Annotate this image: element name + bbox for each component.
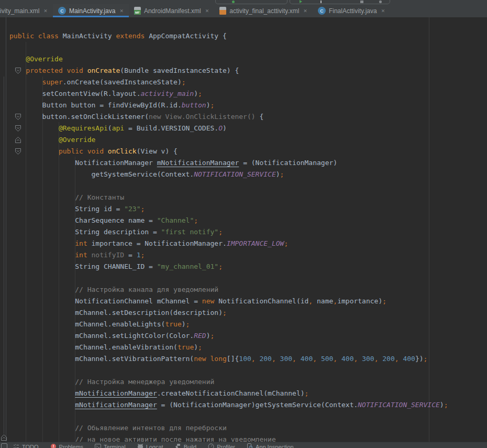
tool-window-button-label: Terminal: [104, 444, 126, 448]
class-icon: C: [58, 7, 66, 15]
tool-window-button-label: TODO: [22, 444, 39, 448]
fold-marker-down-icon[interactable]: [15, 148, 21, 155]
code-line[interactable]: String CHANNEL_ID = "my_channel_01";: [0, 261, 487, 272]
tab-label: activity_final_acttivity.xml: [229, 7, 299, 15]
editor-tab[interactable]: MFAndroidManifest.xml✕: [129, 4, 214, 17]
terminal-icon: [95, 443, 101, 448]
code-line[interactable]: public class MainActivity extends AppCom…: [0, 30, 487, 42]
code-line[interactable]: // Константы: [0, 192, 487, 203]
code-line[interactable]: getSystemService(Context.NOTIFICATION_SE…: [0, 169, 487, 180]
code-line[interactable]: mChannel.setLightColor(Color.RED);: [0, 330, 487, 342]
close-icon[interactable]: ✕: [303, 8, 307, 14]
editor-tab[interactable]: ivity_main.xml✕: [0, 4, 53, 17]
inspection-icon: [247, 443, 253, 448]
tool-window-button-label: Problems: [59, 444, 83, 448]
code-line[interactable]: [0, 365, 487, 376]
code-line[interactable]: protected void onCreate(Bundle savedInst…: [0, 65, 487, 77]
tool-window-button-build[interactable]: Build: [169, 443, 202, 448]
logcat-icon: [137, 443, 143, 448]
profiler-icon: [208, 443, 214, 448]
code-line[interactable]: [0, 180, 487, 192]
tab-label: AndroidManifest.xml: [144, 7, 201, 15]
tool-window-button-label: App Inspection: [256, 444, 294, 448]
code-line[interactable]: [0, 411, 487, 422]
close-icon[interactable]: ✕: [381, 8, 385, 14]
code-area[interactable]: public class MainActivity extends AppCom…: [0, 30, 487, 442]
code-line[interactable]: mNotificationManager.createNotificationC…: [0, 388, 487, 399]
problems-icon: [50, 443, 57, 448]
fold-marker-up-icon[interactable]: [15, 136, 21, 144]
tool-window-button-todo[interactable]: TODO: [7, 443, 45, 448]
editor-tab[interactable]: CMainActivity.java✕: [53, 4, 129, 17]
code-line[interactable]: mChannel.enableVibration(true);: [0, 342, 487, 353]
code-line[interactable]: mChannel.enableLights(true);: [0, 319, 487, 330]
gradle-sync-dot-icon: [232, 1, 235, 3]
fold-marker-down-icon[interactable]: [15, 125, 21, 132]
tool-window-button-terminal[interactable]: Terminal: [89, 443, 131, 448]
code-line[interactable]: setContentView(R.layout.activity_main);: [0, 88, 487, 100]
close-icon[interactable]: ✕: [205, 8, 209, 14]
class-icon: C: [318, 7, 326, 15]
tab-label: FinalActtivity.java: [329, 7, 377, 15]
tool-window-button-logcat[interactable]: Logcat: [131, 443, 169, 448]
ide-window: ivity_main.xml✕CMainActivity.java✕MFAndr…: [0, 0, 487, 448]
code-line[interactable]: // Настройка менеджера уведомлений: [0, 376, 487, 388]
tool-window-button-label: Profiler: [217, 444, 235, 448]
code-line[interactable]: super.onCreate(savedInstanceState);: [0, 77, 487, 88]
tab-label: ivity_main.xml: [0, 7, 39, 15]
tool-window-button-problems[interactable]: Problems: [45, 443, 89, 448]
code-line[interactable]: int importance = NotificationManager.IMP…: [0, 238, 487, 249]
close-icon[interactable]: ✕: [119, 8, 124, 14]
code-line[interactable]: @Override: [0, 53, 487, 65]
code-line[interactable]: public void onClick(View v) {: [0, 146, 487, 157]
code-line[interactable]: button.setOnClickListener(new View.OnCli…: [0, 111, 487, 123]
tool-window-button-label: Build: [184, 444, 196, 448]
code-line[interactable]: mNotificationManager = (NotificationMana…: [0, 399, 487, 411]
code-line[interactable]: CharSequence name = "Channel";: [0, 215, 487, 226]
code-line[interactable]: Button button = findViewById(R.id.button…: [0, 100, 487, 111]
build-icon: [175, 443, 181, 448]
fold-marker-up-icon[interactable]: [1, 434, 7, 441]
code-line[interactable]: String id = "23";: [0, 203, 487, 215]
run-configuration-widget[interactable]: [215, 0, 287, 4]
code-line[interactable]: // на новое активити после нажатия на ув…: [0, 434, 487, 442]
close-icon[interactable]: ✕: [43, 8, 48, 14]
code-line[interactable]: NotificationChannel mChannel = new Notif…: [0, 296, 487, 307]
code-line[interactable]: [0, 42, 487, 53]
editor-tab[interactable]: CFinalActtivity.java✕: [313, 4, 390, 17]
manifest-icon: MF: [134, 7, 141, 15]
code-line[interactable]: int notifyID = 1;: [0, 249, 487, 261]
tool-window-bar: TODOProblemsTerminalLogcatBuildProfilerA…: [0, 442, 487, 448]
code-line[interactable]: NotificationManager mNotificationManager…: [0, 157, 487, 169]
code-line[interactable]: mChannel.setVibrationPattern(new long[]{…: [0, 353, 487, 365]
editor-tab-bar: ivity_main.xml✕CMainActivity.java✕MFAndr…: [0, 4, 487, 17]
code-line[interactable]: mChannel.setDescription(description);: [0, 307, 487, 319]
fold-marker-down-icon[interactable]: [15, 113, 21, 121]
editor-tab[interactable]: activity_final_acttivity.xml✕: [214, 4, 313, 17]
code-line[interactable]: String description = "first notify";: [0, 226, 487, 238]
stop-icon[interactable]: [360, 1, 363, 3]
code-line[interactable]: @RequiresApi(api = Build.VERSION_CODES.O…: [0, 123, 487, 134]
code-line[interactable]: // Обьявление интентов для переброски: [0, 422, 487, 434]
tool-window-button-label: Logcat: [146, 444, 163, 448]
code-line[interactable]: [0, 272, 487, 284]
tool-window-stub-icon[interactable]: [1, 443, 7, 448]
tab-label: MainActivity.java: [69, 7, 115, 15]
layout-icon: [219, 7, 226, 15]
code-line[interactable]: // Настройка канала для уведомлений: [0, 284, 487, 296]
tool-window-button-profiler[interactable]: Profiler: [202, 443, 241, 448]
more-actions-icon[interactable]: [379, 1, 382, 3]
profile-icon[interactable]: [320, 1, 322, 3]
code-line[interactable]: @Override: [0, 134, 487, 146]
device-run-widget[interactable]: [290, 0, 390, 4]
main-toolbar-strip: [0, 0, 487, 4]
fold-marker-down-icon[interactable]: [15, 67, 21, 74]
todo-icon: [13, 443, 19, 448]
run-icon[interactable]: [300, 0, 302, 3]
code-editor[interactable]: public class MainActivity extends AppCom…: [0, 17, 487, 442]
tool-window-button-app-inspection[interactable]: App Inspection: [241, 443, 300, 448]
